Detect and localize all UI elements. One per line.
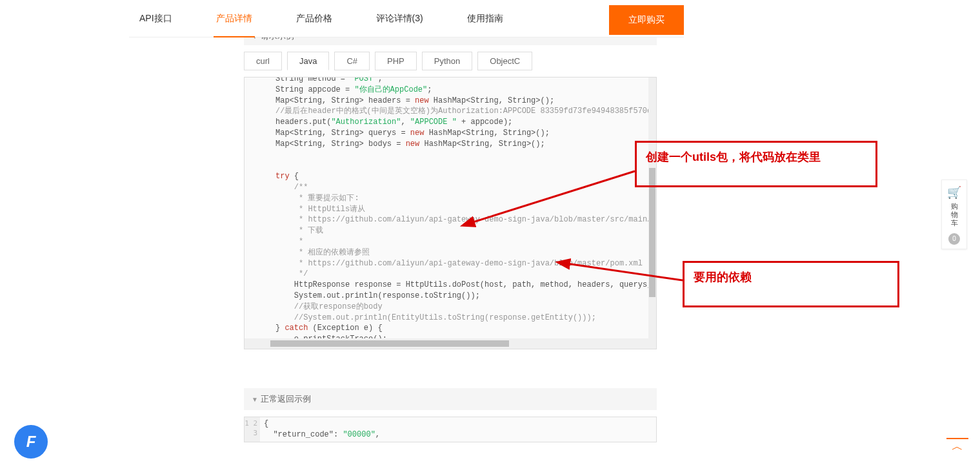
buy-now-button[interactable]: 立即购买: [609, 5, 684, 35]
tab-guide[interactable]: 使用指南: [465, 0, 506, 37]
floating-help-icon[interactable]: F: [14, 425, 48, 459]
vertical-scrollbar-thumb[interactable]: [649, 168, 655, 297]
glyph-f: F: [26, 433, 36, 451]
json-content: { "return_code": "00000",: [260, 417, 384, 442]
lang-tab-java[interactable]: Java: [287, 52, 329, 70]
json-panel: 1 2 3 { "return_code": "00000",: [244, 417, 657, 442]
json-gutter: 1 2 3: [245, 417, 260, 442]
lang-tab-objectc[interactable]: ObjectC: [477, 52, 532, 70]
page-tabs: API接口 产品详情 产品价格 评论详情(3) 使用指南 立即购买: [129, 0, 684, 37]
section-normal-return-label: 正常返回示例: [261, 393, 311, 405]
cart-icon: 🛒: [947, 185, 961, 200]
annotation-text-utils: 创建一个utils包，将代码放在类里: [646, 149, 821, 165]
vertical-scrollbar[interactable]: [648, 78, 656, 340]
lang-tab-curl[interactable]: curl: [244, 52, 282, 70]
tab-price[interactable]: 产品价格: [294, 0, 335, 37]
lang-tab-csharp[interactable]: C#: [334, 52, 370, 70]
annotation-box-utils: 创建一个utils包，将代码放在类里: [635, 141, 877, 187]
cart-widget[interactable]: 🛒 购物车 0: [941, 180, 967, 249]
content-column: ▼ 请求示例 curl Java C# PHP Python ObjectC S…: [244, 37, 657, 442]
tab-product-detail[interactable]: 产品详情: [214, 0, 255, 37]
lang-tabs: curl Java C# PHP Python ObjectC: [244, 52, 657, 70]
tab-reviews[interactable]: 评论详情(3): [374, 0, 426, 37]
caret-down-icon: ▼: [252, 396, 258, 403]
code-content: String method = "POST"; String appcode =…: [270, 77, 657, 349]
cart-label: 购物车: [951, 202, 958, 228]
horizontal-scrollbar-thumb[interactable]: [270, 340, 509, 347]
tab-api[interactable]: API接口: [137, 0, 175, 37]
lang-tab-php[interactable]: PHP: [375, 52, 417, 70]
horizontal-scrollbar[interactable]: [245, 338, 656, 349]
section-normal-return-header[interactable]: ▼ 正常返回示例: [244, 388, 657, 410]
lang-tab-python[interactable]: Python: [422, 52, 472, 70]
annotation-text-deps: 要用的依赖: [694, 269, 752, 285]
annotation-box-deps: 要用的依赖: [683, 261, 899, 307]
chevron-up-icon: ︿: [952, 439, 963, 454]
code-panel: String method = "POST"; String appcode =…: [244, 77, 657, 349]
back-to-top-button[interactable]: ︿: [946, 438, 968, 453]
cart-count-badge: 0: [948, 233, 960, 245]
